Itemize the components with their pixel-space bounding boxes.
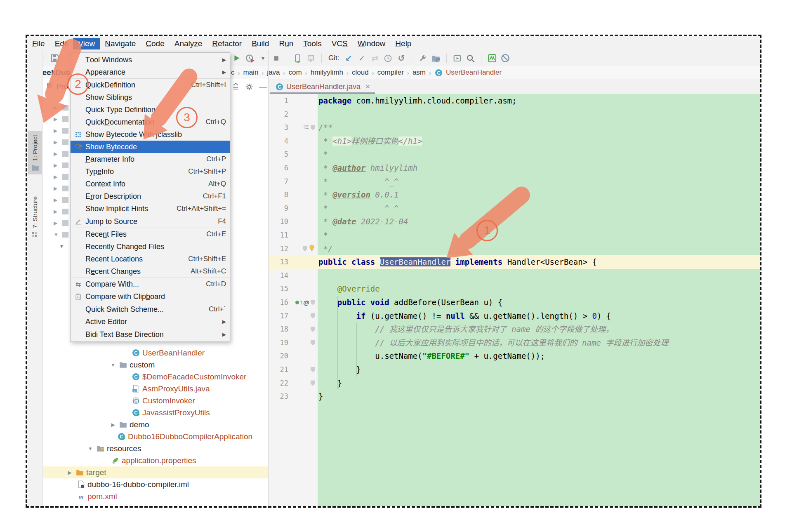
override-marker-icon[interactable]: ↑@ (295, 299, 309, 306)
dropdown-caret-icon[interactable]: ▾ (258, 54, 268, 63)
tree-item-custominvoker[interactable]: (C)CustomInvoker (43, 395, 195, 407)
sidebar-tab-project[interactable]: 1: Project (28, 131, 42, 174)
menu-item-recent-changes[interactable]: Recent ChangesAlt+Shift+C (71, 265, 230, 278)
collapsed-arrow-icon[interactable]: ▶ (54, 151, 59, 157)
power-icon[interactable] (500, 54, 510, 63)
device-icon[interactable] (293, 54, 302, 63)
tree-item-userbeanhandler[interactable]: CUserBeanHandler (43, 347, 205, 359)
menu-item-appearance[interactable]: Appearance▶ (71, 66, 230, 78)
collapsed-arrow-icon[interactable]: ▶ (66, 470, 73, 476)
run-window-icon[interactable] (453, 54, 462, 63)
run-icon[interactable] (232, 54, 241, 63)
menu-refactor[interactable]: Refactor (207, 38, 247, 49)
commit-icon[interactable]: ✓ (357, 54, 366, 63)
menu-help[interactable]: Help (390, 38, 416, 49)
menu-item-recent-locations[interactable]: Recent LocationsCtrl+Shift+E (71, 253, 230, 265)
expanded-arrow-icon[interactable]: ▼ (54, 232, 59, 238)
menu-navigate[interactable]: Navigate (100, 38, 141, 49)
breadcrumb-item[interactable]: hmilyylimh (311, 68, 343, 77)
search-icon[interactable] (466, 54, 475, 63)
menu-item-compare-with-clipboard[interactable]: ⇆Compare with Clipboard (71, 290, 230, 303)
menu-run[interactable]: Run (274, 38, 298, 49)
wrench-icon[interactable] (418, 54, 427, 63)
breadcrumb-item[interactable]: c (231, 68, 235, 77)
breadcrumb-item[interactable]: asm (412, 68, 426, 77)
expanded-arrow-icon[interactable]: ▼ (110, 362, 116, 368)
menu-item-quick-definition[interactable]: Quick DefinitionCtrl+Shift+I (71, 79, 230, 91)
stop-icon[interactable] (271, 54, 281, 63)
menu-item-quick-switch-scheme[interactable]: Quick Switch Scheme...Ctrl+` (71, 303, 230, 315)
collapsed-arrow-icon[interactable]: ▶ (110, 422, 116, 428)
menu-item-jump-to-source[interactable]: Jump to SourceF4 (71, 215, 230, 228)
expanded-arrow-icon[interactable]: ▼ (87, 446, 94, 452)
menu-analyze[interactable]: Analyze (170, 38, 207, 49)
breadcrumb-item[interactable]: main (243, 68, 259, 77)
package-icon[interactable] (306, 54, 316, 63)
tree-item-javassistproxyutils[interactable]: CJavassistProxyUtils (43, 407, 210, 419)
menu-item-quick-type-definition[interactable]: Quick Type Definition (71, 104, 230, 116)
menu-code[interactable]: Code (141, 38, 169, 49)
collapsed-arrow-icon[interactable]: ▶ (54, 162, 59, 168)
tree-item-target[interactable]: ▶target (43, 466, 106, 478)
collapsed-arrow-icon[interactable]: ▶ (54, 209, 59, 214)
rollback-icon[interactable]: ↺ (396, 54, 406, 63)
menu-item-show-siblings[interactable]: Show Siblings (71, 91, 230, 104)
profiler-icon[interactable] (245, 54, 255, 63)
collapsed-arrow-icon[interactable]: ▶ (54, 139, 59, 145)
menu-tools[interactable]: Tools (298, 38, 326, 49)
menu-item-active-editor[interactable]: Active Editor▶ (71, 315, 230, 328)
tree-item-demo[interactable]: ▶demo (43, 419, 149, 431)
breadcrumb-item[interactable]: cloud (352, 68, 369, 77)
update-icon[interactable]: ↙ (344, 54, 353, 63)
menu-item-recent-files[interactable]: Recent FilesCtrl+E (71, 228, 230, 240)
fold-marker-icon[interactable] (311, 380, 315, 386)
menu-file[interactable]: File (27, 38, 50, 49)
tree-item-asmproxyutils-java[interactable]: JAsmProxyUtils.java (43, 383, 210, 395)
code-with-me-icon[interactable] (487, 54, 497, 63)
tree-item-resources[interactable]: ▼resources (43, 443, 141, 454)
fold-marker-icon[interactable] (311, 125, 315, 130)
menu-build[interactable]: Build (247, 38, 274, 49)
fold-marker-icon[interactable] (303, 246, 307, 251)
collapsed-arrow-icon[interactable]: ▶ (54, 186, 59, 191)
tree-item-application-properties[interactable]: application.properties (43, 454, 196, 466)
intention-bulb-icon[interactable] (309, 244, 315, 253)
fold-marker-icon[interactable] (311, 313, 315, 318)
fold-marker-icon[interactable] (311, 340, 315, 346)
menu-item-recently-changed-files[interactable]: Recently Changed Files (71, 240, 230, 253)
breadcrumb-item[interactable]: com (289, 68, 302, 77)
breadcrumb-item[interactable]: UserBeanHandler (446, 68, 502, 77)
editor-tab[interactable]: C UserBeanHandler.java × (270, 79, 375, 94)
tree-item-pom-xml[interactable]: mpom.xml (43, 490, 117, 502)
collapsed-arrow-icon[interactable]: ▶ (54, 220, 59, 226)
fold-marker-icon[interactable] (311, 300, 315, 305)
tree-item-demofacadecustominvoker[interactable]: C$DemoFacadeCustomInvoker (43, 371, 246, 383)
close-icon[interactable]: × (365, 82, 370, 91)
diff-icon[interactable]: ⇄ (370, 54, 380, 63)
menu-item-show-implicit-hints[interactable]: Show Implicit HintsCtrl+Alt+Shift+= (71, 202, 230, 215)
hide-panel-icon[interactable]: — (259, 83, 267, 91)
menu-vcs[interactable]: VCS (327, 38, 353, 49)
history-icon[interactable] (383, 54, 393, 63)
expanded-arrow-icon[interactable]: ▼ (59, 244, 65, 249)
fold-marker-icon[interactable] (311, 327, 315, 332)
menu-item-compare-with[interactable]: ⇆Compare With...Ctrl+D (71, 278, 230, 290)
tree-item-dubbo16dubbocompilerapplication[interactable]: CDubbo16DubboCompilerApplication (43, 431, 252, 443)
tree-item-custom[interactable]: ▼custom (43, 359, 155, 371)
tree-item-dubbo-16-dubbo-compiler-iml[interactable]: dubbo-16-dubbo-compiler.iml (43, 478, 189, 490)
gear-icon[interactable] (245, 83, 253, 91)
sidebar-tab-structure[interactable]: 7: Structure (28, 193, 42, 242)
menu-item-bidi-text-base-direction[interactable]: Bidi Text Base Direction▶ (71, 328, 230, 341)
collapsed-arrow-icon[interactable]: ▶ (54, 128, 59, 134)
collapsed-arrow-icon[interactable]: ▶ (54, 174, 59, 180)
breadcrumb-item[interactable]: compiler (377, 68, 404, 77)
breadcrumb-item[interactable]: java (267, 68, 280, 77)
menu-item-parameter-info[interactable]: Parameter InfoCtrl+P (71, 153, 230, 165)
menu-item-tool-windows[interactable]: Tool Windows▶ (71, 54, 230, 66)
fold-marker-icon[interactable] (311, 367, 315, 372)
structure-icon[interactable] (431, 54, 441, 63)
menu-item-error-description[interactable]: Error DescriptionCtrl+F1 (71, 190, 230, 202)
menu-item-type-info[interactable]: Type InfoCtrl+Shift+P (71, 165, 230, 178)
menu-item-context-info[interactable]: Context InfoAlt+Q (71, 178, 230, 190)
collapse-all-icon[interactable] (232, 83, 240, 91)
